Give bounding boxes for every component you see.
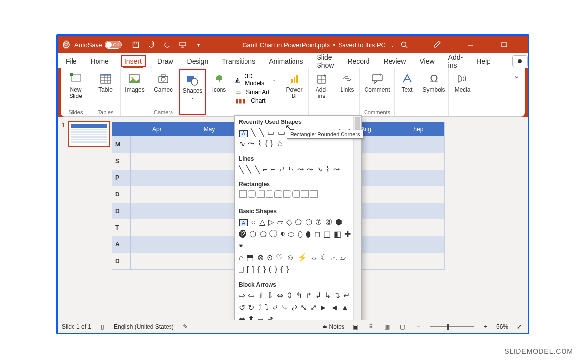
svg-text:+: + <box>379 73 382 78</box>
tab-help[interactable]: Help <box>474 55 492 67</box>
powerbi-icon <box>288 72 301 86</box>
gantt-row-label: D <box>112 253 131 269</box>
svg-point-5 <box>401 42 406 47</box>
search-icon[interactable] <box>394 38 414 51</box>
gantt-row-label: P <box>112 170 131 186</box>
powerbi-button[interactable]: Power BI <box>283 70 306 99</box>
maximize-icon[interactable] <box>494 38 514 51</box>
overflow-icon[interactable]: ▾ <box>194 40 203 49</box>
shapes-section-recent: Recently Used Shapes <box>235 116 361 126</box>
svg-point-27 <box>191 78 198 85</box>
watermark: SLIDEMODEL.COM <box>504 347 573 355</box>
media-button[interactable]: Media <box>451 70 474 93</box>
zoom-slider[interactable] <box>430 326 474 327</box>
shapes-rect-items[interactable] <box>235 189 361 204</box>
slideshow-view-icon[interactable]: ▢ <box>398 323 407 330</box>
shapes-section-basic: Basic Shapes <box>235 205 361 216</box>
tab-insert[interactable]: Insert <box>121 55 146 67</box>
links-button[interactable]: Links <box>336 70 359 93</box>
shapes-dropdown: Recently Used Shapes A ╲ ╲ ▭ ▭ ◯ △ ⌐ ↴ ⇨… <box>234 115 362 331</box>
svg-line-6 <box>405 46 407 48</box>
title-group[interactable]: Gantt Chart in PowerPoint.pptx • Saved t… <box>242 41 394 49</box>
illustrations-small: ◭ 3D Models ⌄ ▭ SmartArt ▮▮▮ Chart <box>235 70 276 104</box>
accessibility-icon[interactable]: ▯ <box>98 323 107 330</box>
shapes-basic-items[interactable]: A ○ △ ▷ ▱ ◇ ⬠ ⬡ ⑦ ⑧ ⬢ ⓬ ⬡ ⬠ ◯ ◐ ⬭ ⬯ ⬮ ◻ … <box>235 216 361 278</box>
shapes-lines-items[interactable]: ╲ ╲ ╲ ⌐ ⌐ ⤶ ⤷ ⤳ ⤳ ∿ ⌇ ⤳ <box>235 163 361 178</box>
shapes-section-arrows: Block Arrows <box>235 278 361 289</box>
cameo-button[interactable]: Cameo <box>152 70 175 93</box>
shapes-scrollbar[interactable] <box>353 116 361 330</box>
addins-icon: + <box>315 72 329 86</box>
svg-rect-14 <box>70 73 73 76</box>
3d-models-button[interactable]: ◭ 3D Models ⌄ <box>235 73 276 87</box>
tab-animations[interactable]: Animations <box>267 55 305 67</box>
gantt-row-label: D <box>112 186 131 203</box>
notes-button[interactable]: ≐ Notes <box>322 323 344 330</box>
normal-view-icon[interactable]: ▣ <box>351 323 360 330</box>
fit-window-icon[interactable]: ⤢ <box>515 323 524 330</box>
tab-transitions[interactable]: Transitions <box>220 55 257 67</box>
shapes-section-rectangles: Rectangles <box>235 178 361 189</box>
slide-thumbnail[interactable]: 1 <box>68 121 110 147</box>
chart-button[interactable]: ▮▮▮ Chart <box>235 97 276 104</box>
gantt-month-header: Sep <box>392 122 444 136</box>
pen-icon[interactable] <box>428 38 447 51</box>
ribbon: New Slide Slides Table Tables Images Cam… <box>61 68 525 117</box>
zoom-in-icon[interactable]: + <box>481 323 490 330</box>
slide-counter: Slide 1 of 1 <box>62 323 91 330</box>
tab-view[interactable]: View <box>417 55 436 67</box>
comment-icon: + <box>370 72 384 86</box>
images-button[interactable]: Images <box>123 70 146 93</box>
symbols-button[interactable]: Ω Symbols <box>423 70 445 93</box>
zoom-value[interactable]: 56% <box>496 323 508 330</box>
minimize-icon[interactable] <box>461 38 481 51</box>
svg-rect-28 <box>291 79 293 83</box>
present-icon[interactable] <box>178 40 187 49</box>
shapes-icon <box>186 73 199 87</box>
new-slide-button[interactable]: New Slide <box>65 70 87 99</box>
save-icon[interactable] <box>131 40 140 49</box>
ribbon-tabs: File Home Insert Draw Design Transitions… <box>58 53 528 68</box>
comment-button[interactable]: + Comment <box>363 70 392 93</box>
language-status[interactable]: English (United States) <box>114 323 174 330</box>
sorter-view-icon[interactable]: ⠿ <box>367 323 376 330</box>
svg-rect-1 <box>65 43 67 45</box>
gantt-row-label: A <box>112 236 131 253</box>
table-icon <box>99 72 113 86</box>
svg-rect-8 <box>502 43 507 47</box>
media-icon <box>456 72 469 86</box>
addins-button[interactable]: + Add- ins <box>311 70 333 99</box>
text-button[interactable]: Text <box>396 70 418 93</box>
thumbnail-index: 1 <box>62 122 65 129</box>
cursor-icon: ↖ <box>285 123 292 132</box>
tab-review[interactable]: Review <box>382 55 408 67</box>
tab-record[interactable]: Record <box>345 55 371 67</box>
gantt-row-label: M <box>112 136 131 153</box>
tab-home[interactable]: Home <box>89 55 111 67</box>
zoom-out-icon[interactable]: − <box>414 323 423 330</box>
textbox-shape-icon[interactable]: A <box>239 130 248 137</box>
icons-icon <box>212 72 226 86</box>
autosave-toggle[interactable]: AutoSave Off <box>74 41 122 49</box>
tab-design[interactable]: Design <box>185 55 211 67</box>
textbox-shape-icon[interactable]: A <box>239 219 248 226</box>
shapes-button[interactable]: Shapes ⌄ <box>181 71 204 100</box>
shapes-section-lines: Lines <box>235 152 361 163</box>
collapse-ribbon-icon[interactable]: ⌄ <box>514 71 520 80</box>
accessibility-check-icon[interactable]: ✎ <box>181 323 190 330</box>
undo-icon[interactable] <box>147 40 156 49</box>
redo-icon[interactable] <box>163 40 172 49</box>
tab-draw[interactable]: Draw <box>155 55 175 67</box>
icons-button[interactable]: Icons <box>208 70 230 93</box>
save-state: Saved to this PC <box>338 41 386 49</box>
reading-view-icon[interactable]: ▥ <box>383 323 392 330</box>
close-icon[interactable] <box>528 38 529 51</box>
svg-rect-30 <box>296 75 298 83</box>
svg-point-0 <box>63 42 69 48</box>
autosave-pill-icon: Off <box>105 41 122 49</box>
table-button[interactable]: Table <box>95 70 117 93</box>
smartart-button[interactable]: ▭ SmartArt <box>235 89 276 96</box>
svg-text:+: + <box>323 73 326 78</box>
tab-file[interactable]: File <box>64 55 79 67</box>
record-button[interactable] <box>512 55 528 67</box>
